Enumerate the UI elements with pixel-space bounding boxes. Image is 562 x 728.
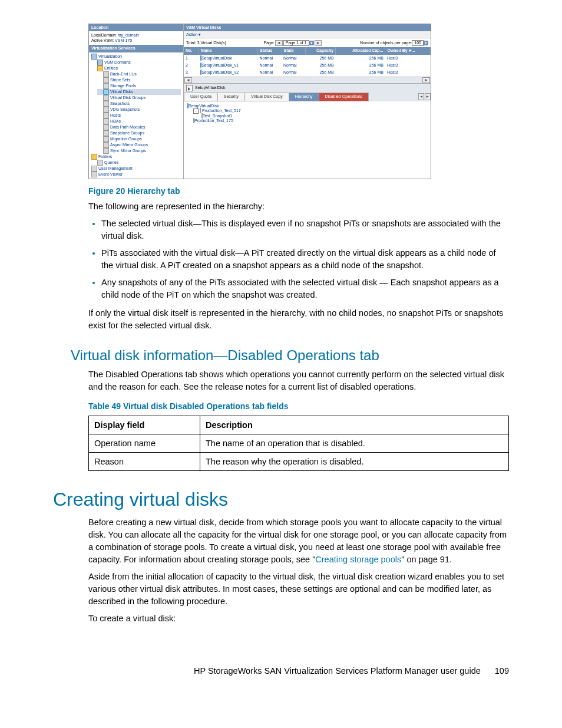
group-icon <box>103 95 109 101</box>
list-item: The selected virtual disk—This is displa… <box>101 218 509 242</box>
page-prev-button[interactable]: ◄ <box>275 40 283 46</box>
user-icon <box>91 166 97 172</box>
host-icon <box>103 113 109 118</box>
footer-page-number: 109 <box>495 666 509 676</box>
page-next-button[interactable]: ► <box>315 40 322 46</box>
paragraph: The Disabled Operations tab shows which … <box>88 368 509 393</box>
tab-scroll-right-icon[interactable]: ► <box>425 93 431 100</box>
services-panel-header: Virtualization Services <box>89 45 183 52</box>
table-row[interactable]: 1 SetupVirtualDisk Normal Normal 256 MB … <box>184 55 431 62</box>
snapshot-icon <box>103 101 109 107</box>
hierarchy-bullet-list: The selected virtual disk—This is displa… <box>88 218 509 301</box>
objects-per-page-label: Number of objects per page: <box>360 41 412 45</box>
folder-icon <box>97 65 103 71</box>
query-icon <box>97 160 103 166</box>
table-header: Description <box>200 416 509 434</box>
total-count: Total: 3 Virtual Disk(s) <box>186 41 226 45</box>
table-caption: Table 49 Virtual disk Disabled Operation… <box>88 401 509 411</box>
hba-icon <box>103 118 109 124</box>
paragraph: Before creating a new virtual disk, deci… <box>88 516 509 566</box>
tree-item[interactable]: Back-End LUs <box>110 71 137 75</box>
col-no[interactable]: No. <box>184 47 199 54</box>
page-dropdown-icon[interactable]: ▾ <box>309 41 314 45</box>
dpm-icon <box>103 124 109 130</box>
disabled-ops-fields-table: Display field Description Operation name… <box>88 416 509 471</box>
tree-entities[interactable]: Entities <box>104 65 118 70</box>
vsm-virtual-disks-header: VSM Virtual Disks <box>184 24 431 31</box>
section-heading-creating: Creating virtual disks <box>53 489 509 510</box>
collapse-toggle-icon[interactable] <box>186 85 193 91</box>
tree-event-viewer[interactable]: Event Viewer <box>98 172 123 176</box>
table-row[interactable]: 3 SetupVirtualDisk_v2 Normal Normal 256 … <box>184 69 431 76</box>
section-heading-disabled-ops: Virtual disk information—Disabled Operat… <box>71 347 509 364</box>
paragraph: To create a virtual disk: <box>88 612 509 625</box>
snapshot-icon <box>103 107 109 113</box>
col-name[interactable]: Name <box>199 47 257 54</box>
tree-queries[interactable]: Queries <box>104 160 119 164</box>
mirror-icon <box>103 148 109 154</box>
scroll-left-button[interactable]: ◄ <box>184 77 192 83</box>
tree-root[interactable]: Virtualization <box>98 54 122 58</box>
tree-item[interactable]: HBAs <box>110 118 121 123</box>
snapclone-icon <box>103 130 109 136</box>
server-icon <box>91 54 97 60</box>
scroll-right-button[interactable]: ► <box>422 77 430 83</box>
tab-vdisk-copy[interactable]: Virtual Disk Copy <box>244 93 289 101</box>
tab-security[interactable]: Security <box>217 93 245 101</box>
col-capacity[interactable]: Capacity <box>305 47 335 54</box>
expand-icon[interactable]: − <box>193 108 199 114</box>
objects-dropdown-icon[interactable]: ▾ <box>424 41 428 45</box>
virtual-disks-table: No. Name Status State Capacity Allocated… <box>184 47 431 77</box>
tree-item[interactable]: Snapshots <box>110 101 130 105</box>
tree-item[interactable]: Hosts <box>110 113 121 117</box>
col-alloc[interactable]: Allocated Cap... <box>336 47 385 54</box>
col-host[interactable]: Owned By H... <box>385 47 431 54</box>
tree-item[interactable]: VDG Snapshots <box>110 107 140 111</box>
tab-hierarchy[interactable]: Hierarchy <box>289 93 319 101</box>
objects-per-page-value[interactable]: 100 <box>412 40 424 46</box>
link-creating-storage-pools[interactable]: Creating storage pools <box>315 555 401 564</box>
lun-icon <box>103 71 109 77</box>
hierarchy-tree: SetupVirtualDisk − Production_Test_517 T… <box>184 101 431 159</box>
tree-user-mgmt[interactable]: User Management <box>98 166 133 170</box>
local-domain-label: LocalDomain: <box>91 33 117 37</box>
page-selector[interactable]: Page 1 of 1 <box>283 40 309 46</box>
event-icon <box>91 172 97 177</box>
detail-title: SetupVirtualDisk <box>195 85 226 90</box>
figure-20-screenshot: Location LocalDomain: my_domain Active V… <box>88 24 431 179</box>
tree-item[interactable]: Snapclone Groups <box>110 130 144 134</box>
col-state[interactable]: State <box>282 47 305 54</box>
tree-item[interactable]: Async Mirror Groups <box>110 142 148 146</box>
col-status[interactable]: Status <box>258 47 282 54</box>
tree-item-virtual-disks[interactable]: Virtual Disks <box>110 89 133 93</box>
migration-icon <box>103 136 109 142</box>
tree-item[interactable]: Migration Groups <box>110 136 142 140</box>
folder-icon <box>91 154 97 160</box>
tree-item[interactable]: Stripe Sets <box>110 77 130 81</box>
tab-user-quota[interactable]: User Quota <box>184 93 218 101</box>
page-footer: HP StorageWorks SAN Virtualization Servi… <box>71 666 509 676</box>
active-vsm-label: Active VSM: <box>91 38 114 42</box>
tab-disabled-operations[interactable]: Disabled Operations <box>319 93 369 101</box>
tab-scroll-left-icon[interactable]: ◄ <box>418 93 424 100</box>
tree-item[interactable]: Virtual Disk Groups <box>110 95 146 99</box>
tree-folders[interactable]: Folders <box>98 154 112 158</box>
paragraph: Aside from the initial allocation of cap… <box>88 571 509 608</box>
domain-icon <box>97 60 103 65</box>
tree-vsm-domains[interactable]: VSM Domains <box>104 60 131 64</box>
tree-item[interactable]: Sync Mirror Groups <box>110 148 146 152</box>
list-item: Any snapshots of any of the PiTs associa… <box>101 276 509 301</box>
active-vsm-value: VSM-170 <box>115 38 132 42</box>
mirror-icon <box>103 142 109 148</box>
stripe-icon <box>103 77 109 83</box>
page-label: Page: <box>263 41 274 45</box>
table-row[interactable]: 2 SetupVirtualDisk_v1 Normal Normal 256 … <box>184 62 431 69</box>
action-menu[interactable]: Action ▾ <box>186 32 201 37</box>
paragraph: The following are represented in the hie… <box>88 200 509 213</box>
tree-item[interactable]: Data Path Modules <box>110 124 146 129</box>
pit-icon <box>200 108 201 113</box>
pool-icon <box>103 83 109 89</box>
tree-item[interactable]: Storage Pools <box>110 83 136 87</box>
table-row: Reason The reason why the operation is d… <box>89 452 509 470</box>
list-item: PiTs associated with the virtual disk—A … <box>101 247 509 272</box>
